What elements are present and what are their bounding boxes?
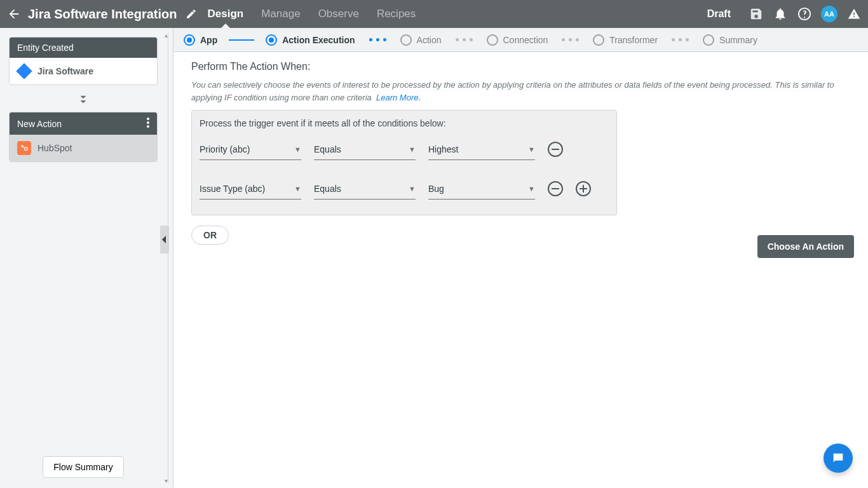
condition-field-select[interactable]: Priority (abc)▼ — [200, 139, 301, 160]
top-tab-design[interactable]: Design — [208, 0, 244, 28]
remove-condition-icon[interactable] — [548, 142, 563, 157]
warning-icon[interactable] — [846, 6, 862, 22]
hubspot-icon — [17, 141, 31, 155]
svg-point-0 — [147, 118, 149, 120]
or-button[interactable]: OR — [191, 226, 229, 245]
condition-row: Priority (abc)▼Equals▼Highest▼ — [200, 139, 609, 160]
top-tab-recipes[interactable]: Recipes — [377, 0, 416, 28]
action-block-menu-icon[interactable] — [147, 118, 149, 130]
svg-point-2 — [147, 125, 149, 128]
learn-more-link[interactable]: Learn More. — [376, 93, 421, 102]
back-button[interactable] — [6, 6, 22, 22]
section-heading: Perform The Action When: — [191, 61, 850, 72]
svg-rect-9 — [580, 188, 587, 189]
section-description: You can selectively choose the events of… — [191, 79, 850, 104]
wizard-step-transformer[interactable]: Transformer — [593, 34, 658, 46]
flow-connector-icon — [9, 95, 158, 105]
top-tab-observe[interactable]: Observe — [318, 0, 359, 28]
action-block[interactable]: New Action HubSpot — [9, 112, 158, 162]
svg-rect-7 — [552, 188, 559, 189]
condition-value-select[interactable]: Highest▼ — [428, 139, 535, 160]
jira-icon — [17, 64, 31, 78]
choose-action-button[interactable]: Choose An Action — [757, 235, 854, 258]
svg-line-5 — [23, 147, 25, 148]
user-avatar[interactable]: AA — [821, 6, 837, 22]
help-icon[interactable] — [797, 6, 812, 22]
save-icon[interactable] — [749, 6, 764, 22]
remove-condition-icon[interactable] — [548, 181, 563, 196]
panel-title: Process the trigger event if it meets al… — [200, 118, 609, 128]
action-app-label: HubSpot — [37, 143, 72, 153]
action-block-title: New Action — [17, 119, 62, 129]
condition-value-select[interactable]: Bug▼ — [428, 178, 535, 200]
condition-operator-select[interactable]: Equals▼ — [314, 139, 416, 160]
trigger-app-label: Jira Software — [37, 66, 93, 76]
condition-row: Issue Type (abc)▼Equals▼Bug▼ — [200, 178, 609, 200]
conditions-panel: Process the trigger event if it meets al… — [191, 110, 617, 215]
wizard-step-app[interactable]: App — [184, 34, 217, 46]
wizard-step-summary[interactable]: Summary — [703, 34, 757, 46]
draft-status: Draft — [707, 8, 731, 20]
notifications-icon[interactable] — [773, 6, 788, 22]
condition-operator-select[interactable]: Equals▼ — [314, 178, 416, 200]
trigger-block-title: Entity Created — [17, 43, 74, 53]
wizard-step-action[interactable]: Action — [400, 34, 442, 46]
flow-summary-button[interactable]: Flow Summary — [43, 456, 123, 478]
chat-fab[interactable] — [824, 444, 853, 473]
condition-field-select[interactable]: Issue Type (abc)▼ — [200, 178, 301, 200]
svg-point-1 — [147, 121, 149, 124]
wizard-step-action-execution[interactable]: Action Execution — [266, 34, 355, 46]
svg-rect-6 — [552, 149, 559, 150]
trigger-block[interactable]: Entity Created Jira Software — [9, 37, 158, 85]
top-tab-manage[interactable]: Manage — [261, 0, 300, 28]
edit-title-icon[interactable] — [184, 6, 199, 22]
wizard-step-connection[interactable]: Connection — [487, 34, 548, 46]
add-condition-icon[interactable] — [576, 181, 591, 196]
sidebar-gutter: ▴▾ — [166, 28, 173, 488]
page-title: Jira Software Integration — [28, 7, 177, 22]
